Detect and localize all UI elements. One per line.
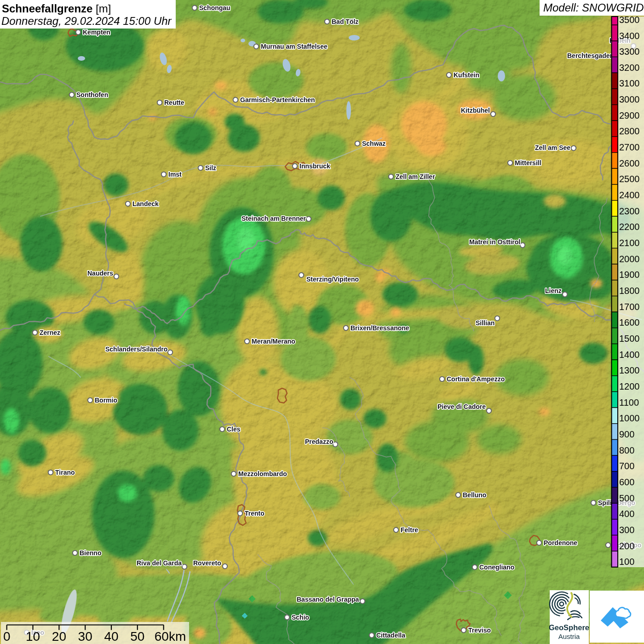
svg-text:Innsbruck: Innsbruck <box>299 162 330 170</box>
svg-text:2900: 2900 <box>619 110 640 121</box>
svg-text:Berchtesgaden: Berchtesgaden <box>567 52 614 59</box>
svg-text:600: 600 <box>619 477 634 487</box>
svg-text:Cittadella: Cittadella <box>376 632 405 639</box>
svg-text:Garmisch-Partenkirchen: Garmisch-Partenkirchen <box>240 96 315 104</box>
svg-text:1900: 1900 <box>619 270 640 280</box>
svg-text:Tirano: Tirano <box>55 469 75 476</box>
svg-text:Feltre: Feltre <box>401 526 418 534</box>
svg-text:2100: 2100 <box>619 238 640 248</box>
svg-text:Bienno: Bienno <box>80 549 101 557</box>
svg-text:Matrei in Osttirol: Matrei in Osttirol <box>469 238 520 246</box>
svg-text:800: 800 <box>619 445 634 455</box>
svg-text:Silz: Silz <box>205 164 216 172</box>
svg-text:Kufstein: Kufstein <box>454 71 479 79</box>
svg-text:40: 40 <box>104 629 118 644</box>
svg-text:Conegliano: Conegliano <box>479 564 514 571</box>
svg-text:100: 100 <box>619 557 634 567</box>
svg-text:1600: 1600 <box>619 317 640 328</box>
svg-text:Mezzolombardo: Mezzolombardo <box>238 470 287 477</box>
svg-text:Schio: Schio <box>292 614 309 621</box>
svg-text:Schongau: Schongau <box>199 4 230 12</box>
svg-text:GeoSphere: GeoSphere <box>549 623 589 632</box>
svg-text:2400: 2400 <box>619 190 640 200</box>
svg-text:Kitzbühel: Kitzbühel <box>461 107 490 114</box>
svg-text:60km: 60km <box>155 629 186 644</box>
svg-text:1000: 1000 <box>619 413 640 423</box>
svg-text:500: 500 <box>619 493 634 503</box>
svg-text:3400: 3400 <box>619 31 640 41</box>
svg-text:Treviso: Treviso <box>468 627 491 634</box>
svg-text:1300: 1300 <box>619 365 640 375</box>
svg-text:2500: 2500 <box>619 174 640 184</box>
svg-text:2000: 2000 <box>619 254 640 264</box>
svg-text:2800: 2800 <box>619 126 640 136</box>
svg-text:Zernez: Zernez <box>40 329 60 336</box>
svg-text:1100: 1100 <box>619 397 639 408</box>
svg-text:2600: 2600 <box>619 158 640 168</box>
svg-text:3000: 3000 <box>619 94 640 104</box>
svg-text:Belluno: Belluno <box>463 491 486 499</box>
svg-text:1200: 1200 <box>619 381 640 391</box>
svg-text:Trento: Trento <box>245 510 264 517</box>
svg-text:3300: 3300 <box>619 46 640 57</box>
svg-text:3500: 3500 <box>619 15 640 25</box>
svg-text:Rovereto: Rovereto <box>193 559 221 567</box>
svg-text:Pordenone: Pordenone <box>544 539 577 546</box>
svg-text:1700: 1700 <box>619 302 640 312</box>
svg-text:Nauders: Nauders <box>87 270 113 277</box>
svg-text:Landeck: Landeck <box>132 200 159 207</box>
svg-text:3200: 3200 <box>619 63 640 73</box>
svg-text:Predazzo: Predazzo <box>305 438 333 445</box>
svg-text:Zell am Ziller: Zell am Ziller <box>396 173 435 180</box>
svg-text:1400: 1400 <box>619 350 640 360</box>
svg-text:900: 900 <box>619 429 634 439</box>
svg-text:Cles: Cles <box>227 426 241 433</box>
svg-text:Austria: Austria <box>558 632 580 640</box>
svg-text:2700: 2700 <box>619 142 640 152</box>
svg-text:400: 400 <box>619 509 634 519</box>
svg-text:Modell: SNOWGRID: Modell: SNOWGRID <box>543 1 644 14</box>
svg-text:1800: 1800 <box>619 286 640 296</box>
svg-text:2300: 2300 <box>619 206 640 216</box>
svg-text:2200: 2200 <box>619 222 640 232</box>
svg-text:Murnau am Staffelsee: Murnau am Staffelsee <box>261 43 328 50</box>
svg-text:Sterzing/Vipiteno: Sterzing/Vipiteno <box>306 276 359 283</box>
svg-text:Lienz: Lienz <box>545 287 562 294</box>
svg-text:300: 300 <box>619 525 634 535</box>
svg-text:Donnerstag, 29.02.2024 15:00 U: Donnerstag, 29.02.2024 15:00 Uhr <box>1 15 172 27</box>
svg-text:Meran/Merano: Meran/Merano <box>252 338 295 345</box>
svg-text:700: 700 <box>619 461 634 471</box>
svg-text:Bad Tölz: Bad Tölz <box>332 18 358 25</box>
svg-text:Cortina d'Ampezzo: Cortina d'Ampezzo <box>447 375 505 383</box>
svg-text:30: 30 <box>78 629 92 644</box>
svg-text:20: 20 <box>52 629 66 644</box>
svg-text:Sonthofen: Sonthofen <box>76 91 108 98</box>
svg-text:Zell am See: Zell am See <box>535 144 570 151</box>
svg-text:10: 10 <box>26 629 40 644</box>
svg-text:Brixen/Bressanone: Brixen/Bressanone <box>351 324 409 332</box>
svg-text:Bormio: Bormio <box>95 397 117 404</box>
svg-text:200: 200 <box>619 541 634 551</box>
svg-text:50: 50 <box>130 629 144 644</box>
svg-text:1500: 1500 <box>619 334 640 344</box>
svg-text:Reutte: Reutte <box>164 99 184 106</box>
svg-text:Kempten: Kempten <box>83 29 110 36</box>
svg-text:Bassano del Grappa: Bassano del Grappa <box>297 596 359 603</box>
svg-text:3100: 3100 <box>619 78 640 88</box>
svg-text:Schwaz: Schwaz <box>362 140 385 147</box>
svg-text:Steinach am Brenner: Steinach am Brenner <box>242 215 306 222</box>
svg-text:Riva del Garda: Riva del Garda <box>137 559 182 567</box>
svg-text:Schlanders/Silandro: Schlanders/Silandro <box>105 345 167 353</box>
svg-text:Schneefallgrenze [m]: Schneefallgrenze [m] <box>2 2 111 15</box>
svg-text:Imst: Imst <box>168 171 182 178</box>
svg-text:Pieve di Cadore: Pieve di Cadore <box>437 403 486 410</box>
svg-text:0: 0 <box>3 629 11 644</box>
svg-text:Mittersill: Mittersill <box>515 159 541 167</box>
svg-text:Sillian: Sillian <box>476 319 494 327</box>
